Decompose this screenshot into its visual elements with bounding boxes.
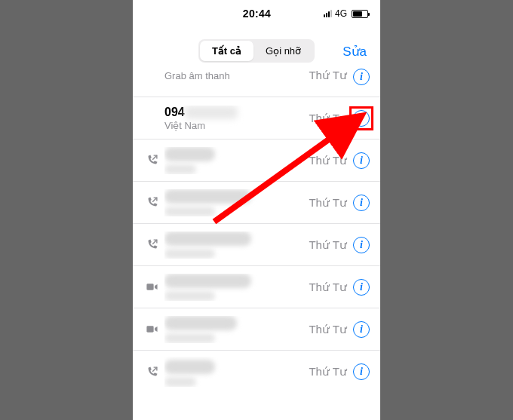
call-title bbox=[164, 360, 215, 374]
call-subtitle bbox=[164, 291, 215, 301]
call-date: Thứ Tư bbox=[309, 238, 347, 252]
info-icon[interactable]: i bbox=[353, 69, 370, 85]
call-row[interactable]: Thứ Tư i bbox=[133, 139, 380, 182]
call-row[interactable]: Thứ Tư i bbox=[133, 308, 380, 351]
info-icon[interactable]: i bbox=[353, 363, 370, 380]
call-subtitle bbox=[164, 333, 215, 343]
info-icon[interactable]: i bbox=[353, 152, 370, 169]
call-title bbox=[164, 147, 215, 161]
call-row-highlighted[interactable]: 0940000000 Việt Nam Thứ Tư i bbox=[133, 97, 380, 139]
status-right: 4G bbox=[324, 8, 368, 19]
info-icon[interactable]: i bbox=[353, 237, 370, 253]
call-title bbox=[164, 316, 237, 330]
call-subtitle bbox=[164, 164, 196, 174]
call-date: Thứ Tư bbox=[309, 112, 347, 125]
outgoing-call-icon bbox=[143, 196, 160, 209]
call-row[interactable]: Thứ Tư i bbox=[133, 351, 380, 393]
outgoing-call-icon bbox=[143, 154, 160, 167]
call-title bbox=[164, 231, 251, 246]
tutorial-frame: 20:44 4G Tất cả Gọi nhỡ Sửa Grab âm than… bbox=[0, 0, 513, 420]
outgoing-call-icon bbox=[143, 238, 160, 251]
recents-list: Grab âm thanh Thứ Tư i 0940000000 Việt N… bbox=[133, 72, 380, 393]
info-icon[interactable]: i bbox=[353, 110, 370, 127]
call-subtitle: Grab âm thanh bbox=[164, 72, 309, 81]
call-subtitle: Việt Nam bbox=[164, 120, 309, 131]
call-row[interactable]: Thứ Tư i bbox=[133, 266, 380, 308]
info-icon[interactable]: i bbox=[353, 279, 370, 296]
call-row[interactable]: Thứ Tư i bbox=[133, 224, 380, 266]
header-row: Tất cả Gọi nhỡ Sửa bbox=[133, 39, 380, 63]
call-date: Thứ Tư bbox=[309, 69, 347, 82]
call-date: Thứ Tư bbox=[309, 196, 347, 210]
svg-rect-1 bbox=[146, 326, 153, 333]
outgoing-call-icon bbox=[143, 366, 160, 379]
call-row[interactable]: Grab âm thanh Thứ Tư i bbox=[133, 72, 380, 97]
call-date: Thứ Tư bbox=[309, 154, 347, 167]
call-date: Thứ Tư bbox=[309, 281, 347, 294]
tab-all[interactable]: Tất cả bbox=[200, 41, 253, 61]
call-subtitle bbox=[164, 249, 215, 259]
status-bar: 20:44 4G bbox=[133, 6, 380, 21]
phone-viewport: 20:44 4G Tất cả Gọi nhỡ Sửa Grab âm than… bbox=[133, 0, 380, 420]
battery-icon bbox=[352, 10, 368, 18]
network-label: 4G bbox=[335, 8, 347, 19]
call-subtitle bbox=[164, 377, 196, 387]
video-call-icon bbox=[143, 281, 160, 293]
call-date: Thứ Tư bbox=[309, 365, 347, 379]
segmented-control: Tất cả Gọi nhỡ bbox=[198, 39, 315, 63]
status-time: 20:44 bbox=[190, 8, 324, 20]
info-icon[interactable]: i bbox=[353, 195, 370, 211]
signal-bars-icon bbox=[324, 10, 332, 17]
call-title bbox=[164, 189, 251, 204]
svg-rect-0 bbox=[146, 284, 153, 290]
tab-missed[interactable]: Gọi nhỡ bbox=[253, 41, 313, 61]
call-date: Thứ Tư bbox=[309, 323, 347, 336]
call-subtitle bbox=[164, 207, 215, 216]
call-title bbox=[164, 274, 251, 288]
call-title: 0940000000 bbox=[164, 106, 309, 119]
call-row[interactable]: Thứ Tư i bbox=[133, 182, 380, 224]
info-icon[interactable]: i bbox=[353, 321, 370, 338]
video-call-icon bbox=[143, 323, 160, 336]
edit-button[interactable]: Sửa bbox=[343, 43, 367, 59]
